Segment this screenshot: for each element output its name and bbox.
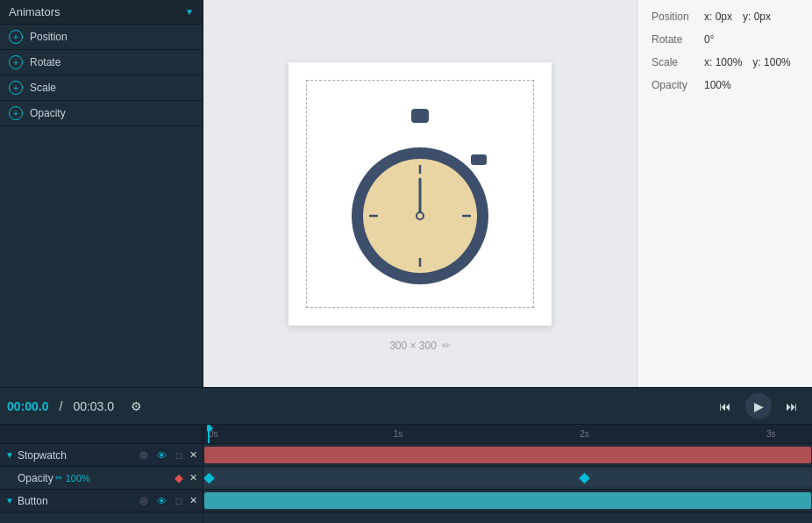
add-scale-icon[interactable]: +	[9, 81, 23, 95]
scale-x-value: x: 100%	[704, 56, 742, 68]
opacity-track-bar	[204, 469, 811, 486]
stopwatch-row-label: Stopwatch	[18, 449, 67, 462]
animator-rotate[interactable]: + Rotate	[0, 50, 203, 75]
track-row-opacity	[203, 467, 812, 490]
left-panel: Animators ▼ + Position + Rotate + Scale …	[0, 0, 203, 387]
canvas-area: 300 × 300 ✏	[203, 0, 637, 387]
scale-y-value: y: 100%	[752, 56, 790, 68]
animator-opacity[interactable]: + Opacity	[0, 101, 203, 126]
opacity-row-icons: ◆ ✕	[172, 471, 197, 485]
stopwatch-track-bar	[204, 447, 811, 463]
button-row-label: Button	[18, 495, 48, 507]
play-button[interactable]: ▶	[745, 393, 772, 419]
opacity-row-value: 100%	[66, 473, 90, 484]
track-row-button	[203, 490, 812, 512]
rotate-value: 0°	[704, 33, 714, 46]
svg-rect-1	[471, 154, 487, 165]
svg-point-10	[417, 213, 423, 219]
button-row-icons: ◎ 👁 □ ✕	[137, 494, 197, 508]
button-expand-icon[interactable]: ▼	[5, 496, 14, 505]
timeline-controls: 00:00.0 / 00:03.0 ⚙ ⏮ ▶ ⏭	[0, 388, 812, 425]
timeline-row-stopwatch-label: ▼ Stopwatch ◎ 👁 □ ✕	[0, 444, 203, 467]
tick-1s: 1s	[394, 429, 403, 439]
position-y-value: y: 0px	[743, 11, 771, 23]
add-opacity-icon[interactable]: +	[9, 106, 23, 120]
add-position-icon[interactable]: +	[9, 30, 23, 44]
stopwatch-delete-icon[interactable]: ✕	[189, 449, 197, 461]
tick-area: 0s 1s 2s 3s	[207, 425, 808, 443]
stopwatch-row-icons: ◎ 👁 □ ✕	[137, 448, 197, 462]
right-panel: Position x: 0px y: 0px Rotate 0° Scale x…	[637, 0, 812, 387]
track-row-stopwatch	[203, 444, 812, 467]
opacity-edit-icon[interactable]: ✏	[55, 473, 62, 483]
timeline-row-button-label: ▼ Button ◎ 👁 □ ✕	[0, 490, 203, 512]
opacity-delete-icon[interactable]: ✕	[189, 472, 197, 484]
button-lock-icon[interactable]: □	[172, 494, 186, 508]
stopwatch-lock-icon[interactable]: □	[172, 448, 186, 462]
position-label: Position	[652, 11, 704, 23]
forward-button[interactable]: ⏭	[779, 393, 805, 419]
timeline-tracks: 0s 1s 2s 3s	[203, 425, 812, 523]
playhead[interactable]	[208, 425, 210, 443]
track-tick-header: 0s 1s 2s 3s	[203, 425, 812, 444]
animator-scale[interactable]: + Scale	[0, 75, 203, 101]
button-target-icon[interactable]: ◎	[137, 494, 151, 508]
canvas-size-label: 300 × 300 ✏	[389, 340, 451, 352]
rewind-button[interactable]: ⏮	[712, 393, 738, 419]
current-time: 00:00.0	[7, 399, 48, 413]
scale-prop: Scale x: 100% y: 100%	[652, 56, 798, 68]
timeline-rows: ▼ Stopwatch ◎ 👁 □ ✕ Opacity ✏ 100% ◆ ✕	[0, 425, 812, 523]
opacity-row-label: Opacity	[18, 472, 53, 484]
time-separator: /	[59, 399, 62, 413]
timeline-area: 00:00.0 / 00:03.0 ⚙ ⏮ ▶ ⏭ ▼ Stopwatch ◎ …	[0, 387, 812, 523]
tick-3s: 3s	[766, 429, 776, 439]
animator-scale-label: Scale	[30, 82, 56, 94]
animator-position[interactable]: + Position	[0, 25, 203, 50]
timeline-row-opacity-label: Opacity ✏ 100% ◆ ✕	[0, 467, 203, 490]
stopwatch-eye-icon[interactable]: 👁	[154, 448, 168, 462]
animator-position-label: Position	[30, 31, 68, 43]
animator-rotate-label: Rotate	[30, 56, 61, 68]
position-prop: Position x: 0px y: 0px	[652, 11, 798, 23]
opacity-prop: Opacity 100%	[652, 79, 798, 91]
rotate-prop: Rotate 0°	[652, 33, 798, 46]
button-track-bar	[204, 492, 811, 509]
tick-2s: 2s	[580, 429, 589, 439]
stopwatch-graphic	[341, 102, 499, 286]
opacity-value: 100%	[704, 79, 731, 91]
total-time: 00:03.0	[73, 399, 114, 413]
canvas-edit-icon[interactable]: ✏	[442, 340, 451, 352]
button-delete-icon[interactable]: ✕	[189, 495, 197, 506]
animators-title: Animators	[9, 5, 61, 18]
canvas-box[interactable]: 300 × 300 ✏	[288, 62, 552, 326]
stopwatch-expand-icon[interactable]: ▼	[5, 450, 14, 460]
animators-arrow-icon: ▼	[185, 7, 194, 17]
rotate-label: Rotate	[652, 33, 704, 46]
add-rotate-icon[interactable]: +	[9, 55, 23, 69]
stopwatch-target-icon[interactable]: ◎	[137, 448, 151, 462]
opacity-label: Opacity	[652, 79, 704, 91]
animator-opacity-label: Opacity	[30, 107, 66, 119]
button-eye-icon[interactable]: 👁	[154, 494, 168, 508]
animators-header: Animators ▼	[0, 0, 203, 25]
timeline-settings-button[interactable]: ⚙	[126, 397, 146, 416]
timeline-labels: ▼ Stopwatch ◎ 👁 □ ✕ Opacity ✏ 100% ◆ ✕	[0, 425, 203, 523]
position-x-value: x: 0px	[704, 11, 732, 23]
opacity-diamond-icon[interactable]: ◆	[172, 471, 186, 485]
svg-rect-0	[411, 109, 429, 123]
scale-label: Scale	[652, 56, 704, 68]
